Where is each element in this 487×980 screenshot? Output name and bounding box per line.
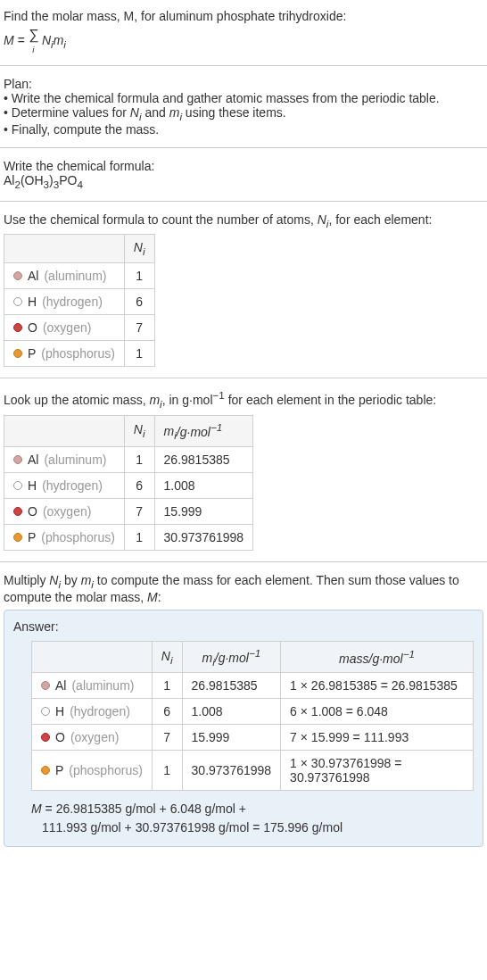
header-n: Ni (124, 235, 154, 263)
divider (0, 147, 487, 148)
table-row: Al (aluminum) 1 26.9815385 1 × 26.981538… (32, 673, 474, 699)
element-symbol: H (55, 704, 64, 718)
mass-title: Look up the atomic mass, mi, in g·mol−1 … (4, 389, 483, 409)
element-cell: O (oxygen) (4, 499, 125, 525)
element-name: (oxygen) (43, 504, 91, 519)
table-row: P (phosphorus) 1 30.973761998 (4, 525, 253, 551)
table-header-row: Ni mi/g·mol−1 (4, 415, 253, 446)
element-dot-icon (41, 733, 50, 742)
table-header-row: Ni (4, 235, 155, 263)
element-symbol: O (28, 320, 37, 335)
element-name: (hydrogen) (70, 704, 130, 718)
n-value: 1 (124, 263, 154, 289)
table-row: P (phosphorus) 1 30.973761998 1 × 30.973… (32, 751, 474, 791)
m-value: 15.999 (182, 725, 281, 751)
n-value: 6 (152, 699, 182, 725)
mass-section: Look up the atomic mass, mi, in g·mol−1 … (0, 382, 487, 558)
element-name: (oxygen) (70, 730, 119, 744)
multiply-title: Multiply Ni by mi to compute the mass fo… (4, 573, 483, 604)
mass-value: 6 × 1.008 = 6.048 (281, 699, 474, 725)
n-value: 1 (124, 525, 154, 551)
element-dot-icon (41, 707, 50, 716)
header-m: mi/g·mol−1 (154, 415, 253, 446)
table-row: O (oxygen) 7 15.999 (4, 499, 253, 525)
intro-formula: M = ∑i Nimi (4, 28, 483, 54)
element-cell: H (hydrogen) (4, 473, 125, 499)
element-name: (aluminum) (71, 678, 134, 693)
header-n: Ni (152, 641, 182, 672)
element-dot-icon (41, 681, 50, 690)
count-title: Use the chemical formula to count the nu… (4, 212, 483, 229)
table-row: O (oxygen) 7 15.999 7 × 15.999 = 111.993 (32, 725, 474, 751)
plan-bullet-2: • Determine values for Ni and mi using t… (4, 105, 483, 122)
m-value: 1.008 (182, 699, 281, 725)
table-row: O (oxygen) 7 (4, 315, 155, 341)
divider (0, 65, 487, 66)
element-symbol: P (55, 763, 63, 777)
count-table: Ni Al (aluminum) 1 H (hydrogen) 6 O (oxy… (4, 234, 155, 367)
table-row: Al (aluminum) 1 (4, 263, 155, 289)
chem-formula: Al2(OH3)3PO4 (4, 173, 483, 190)
m-value: 1.008 (154, 473, 253, 499)
divider (0, 201, 487, 202)
divider (0, 561, 487, 562)
n-value: 1 (124, 341, 154, 367)
table-row: H (hydrogen) 6 1.008 (4, 473, 253, 499)
plan-section: Plan: • Write the chemical formula and g… (0, 70, 487, 144)
final-line-1: M = 26.9815385 g/mol + 6.048 g/mol + (31, 800, 474, 818)
header-m: mi/g·mol−1 (182, 641, 281, 672)
element-symbol: Al (28, 453, 38, 467)
element-dot-icon (41, 766, 50, 775)
table-row: P (phosphorus) 1 (4, 341, 155, 367)
table-row: H (hydrogen) 6 1.008 6 × 1.008 = 6.048 (32, 699, 474, 725)
m-value: 15.999 (154, 499, 253, 525)
element-cell: P (phosphorus) (32, 751, 153, 791)
element-dot-icon (13, 271, 22, 280)
element-name: (hydrogen) (42, 478, 103, 493)
element-symbol: O (55, 730, 65, 744)
chem-formula-title: Write the chemical formula: (4, 159, 483, 173)
element-name: (phosphorus) (69, 763, 143, 777)
element-cell: Al (aluminum) (4, 263, 125, 289)
table-row: Al (aluminum) 1 26.9815385 (4, 447, 253, 473)
answer-label: Answer: (13, 619, 474, 634)
element-cell: P (phosphorus) (4, 525, 125, 551)
plan-bullet-3: • Finally, compute the mass. (4, 122, 483, 137)
element-cell: O (oxygen) (32, 725, 153, 751)
answer-table: Ni mi/g·mol−1 mass/g·mol−1 Al (aluminum)… (31, 641, 474, 791)
element-symbol: P (28, 530, 36, 544)
element-cell: H (hydrogen) (32, 699, 153, 725)
final-equation: M = 26.9815385 g/mol + 6.048 g/mol + 111… (31, 800, 474, 837)
count-section: Use the chemical formula to count the nu… (0, 205, 487, 375)
element-dot-icon (13, 349, 22, 358)
header-blank (4, 235, 125, 263)
header-blank (32, 641, 153, 672)
element-cell: O (oxygen) (4, 315, 125, 341)
element-dot-icon (13, 455, 22, 464)
element-name: (aluminum) (44, 453, 106, 467)
element-name: (phosphorus) (41, 530, 115, 544)
plan-title: Plan: (4, 77, 483, 91)
element-symbol: Al (55, 678, 66, 693)
multiply-section: Multiply Ni by mi to compute the mass fo… (0, 566, 487, 854)
intro-line: Find the molar mass, M, for aluminum pho… (4, 7, 483, 26)
n-value: 1 (152, 673, 182, 699)
element-symbol: Al (28, 269, 38, 283)
m-value: 26.9815385 (182, 673, 281, 699)
header-blank (4, 415, 125, 446)
m-value: 26.9815385 (154, 447, 253, 473)
header-n: Ni (124, 415, 154, 446)
element-symbol: O (28, 504, 37, 519)
n-value: 6 (124, 289, 154, 315)
n-value: 7 (124, 315, 154, 341)
m-value: 30.973761998 (182, 751, 281, 791)
element-dot-icon (13, 481, 22, 490)
divider (0, 378, 487, 378)
mass-table: Ni mi/g·mol−1 Al (aluminum) 1 26.9815385… (4, 415, 253, 551)
final-line-2: 111.993 g/mol + 30.973761998 g/mol = 175… (42, 818, 474, 837)
mass-value: 1 × 30.973761998 = 30.973761998 (281, 751, 474, 791)
element-dot-icon (13, 533, 22, 542)
n-value: 6 (124, 473, 154, 499)
element-cell: H (hydrogen) (4, 289, 125, 315)
answer-box: Answer: Ni mi/g·mol−1 mass/g·mol−1 Al (a… (4, 610, 483, 847)
